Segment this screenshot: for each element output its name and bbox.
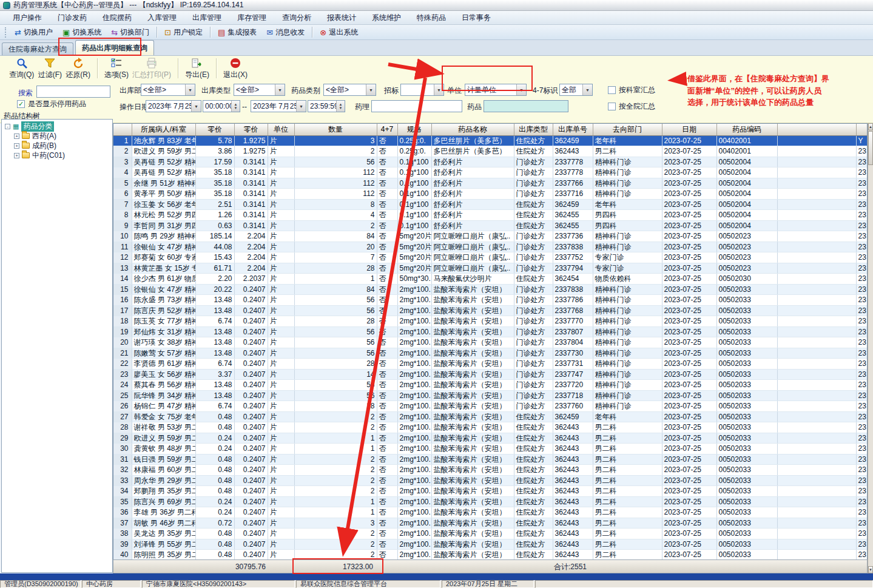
table-row[interactable]: 18陈玉英 女 77岁 精神6.740.2407片28否2mg*100.盐酸苯海… xyxy=(113,316,868,327)
column-header[interactable]: 规格 xyxy=(397,124,431,135)
tree-item[interactable]: 西药(A) xyxy=(32,131,56,141)
tree-item[interactable]: 中药(C01) xyxy=(32,150,65,161)
column-header[interactable]: 数量 xyxy=(294,124,377,135)
menu-item[interactable]: 用户操作 xyxy=(5,11,50,25)
table-row[interactable]: 25阮华锋 男 34岁 精神13.480.2407片56否2mg*100.盐酸苯… xyxy=(113,390,868,401)
time-from-spinner[interactable]: 00:00:00▲▼ xyxy=(203,100,240,112)
table-row[interactable]: 14徐少杰 男 61岁 物质2.202.2037片1否50mg*30.马来酸氟伏… xyxy=(113,274,868,285)
table-row[interactable]: 24蔡其春 男 56岁 精神13.480.2407片56否2mg*100.盐酸苯… xyxy=(113,380,868,391)
table-row[interactable]: 35陈言兴 男 69岁 男二0.240.2407片1否2mg*100.盐酸苯海索… xyxy=(113,496,868,507)
column-header[interactable] xyxy=(113,124,132,135)
table-row[interactable]: 26杨锦仁 男 47岁 精神6.740.2407片28否2mg*100.盐酸苯海… xyxy=(113,401,868,412)
column-header[interactable]: 药品编码 xyxy=(716,124,777,135)
tree-item[interactable]: 成药(B) xyxy=(32,141,56,151)
menu-item[interactable]: 系统维护 xyxy=(364,11,409,25)
table-row[interactable]: 3吴再链 男 52岁 精神17.590.3141片56否0.1g*100舒必利片… xyxy=(113,157,868,167)
table-row[interactable]: 7徐玉姜 女 56岁 老年2.510.3141片8否0.1g*100舒必利片住院… xyxy=(113,199,868,210)
table-row[interactable]: 38吴龙达 男 35岁 男二0.480.2407片2否2mg*100.盐酸苯海索… xyxy=(113,529,868,539)
table-row[interactable]: 33周永华 男 29岁 男二0.480.2407片2否2mg*100.盐酸苯海索… xyxy=(113,475,868,486)
category-filter-select[interactable]: <全部>▼ xyxy=(323,84,376,96)
column-header[interactable] xyxy=(777,124,856,135)
filter-button[interactable]: 过滤(F) xyxy=(36,56,64,81)
bid-filter-select[interactable]: ▼ xyxy=(400,84,444,96)
table-row[interactable]: 32林康福 男 60岁 男二0.480.2407片2否2mg*100.盐酸苯海索… xyxy=(113,465,868,476)
time-to-spinner[interactable]: 23:59:59▲▼ xyxy=(308,100,345,112)
table-row[interactable]: 8林元松 男 52岁 男四1.260.3141片4否0.1g*100舒必利片住院… xyxy=(113,210,868,221)
exit-button[interactable]: 退出(X) xyxy=(221,56,249,81)
table-row[interactable]: 13林黄芷墨 女 15岁 专61.712.204片28否5mg*20片阿立哌唑口… xyxy=(113,263,868,274)
vertical-scrollbar[interactable]: ▲ ▼ xyxy=(868,123,873,573)
column-header[interactable] xyxy=(856,124,868,135)
scroll-up-icon[interactable]: ▲ xyxy=(868,123,873,130)
tree-root-item[interactable]: 药品分类 xyxy=(21,121,54,132)
chevron-down-icon[interactable]: ▼ xyxy=(296,101,306,112)
table-row[interactable]: 9李哲同 男 31岁 男四0.630.3141片2否0.1g*100舒必利片住院… xyxy=(113,220,868,231)
expand-icon[interactable]: + xyxy=(14,143,19,149)
pharmacology-input[interactable] xyxy=(371,100,462,112)
menu-item[interactable]: 报表统计 xyxy=(319,11,364,25)
chevron-down-icon[interactable]: ▼ xyxy=(191,101,201,112)
table-row[interactable]: 22李贤德 男 61岁 精神6.740.2407片28否2mg*100.盐酸苯海… xyxy=(113,359,868,370)
by-dept-checkbox-row[interactable]: 按科室汇总 xyxy=(608,85,655,95)
chevron-down-icon[interactable]: ▼ xyxy=(366,84,376,95)
table-row[interactable]: 5余继 男 51岁 精神科35.180.3141片112否0.1g*100舒必利… xyxy=(113,178,868,189)
table-row[interactable]: 17陈言庆 男 52岁 精神13.480.2407片56否2mg*100.盐酸苯… xyxy=(113,305,868,316)
column-header[interactable]: 单位 xyxy=(268,124,294,135)
tab-inpatient-narcotics-query[interactable]: 住院毒麻处方查询 xyxy=(2,42,73,55)
expand-icon[interactable]: + xyxy=(14,153,19,158)
table-row[interactable]: 29欧进义 男 59岁 男二0.240.2407片1否2mg*100.盐酸苯海索… xyxy=(113,433,868,444)
menu-item[interactable]: 日常事务 xyxy=(454,11,499,25)
table-row[interactable]: 34郑鹏翔 男 35岁 男二0.480.2407片2否2mg*100.盐酸苯海索… xyxy=(113,486,868,497)
scroll-down-icon[interactable]: ▼ xyxy=(868,566,873,573)
menu-item[interactable]: 库存管理 xyxy=(229,11,274,25)
switch-system-button[interactable]: ▣切换系统 xyxy=(58,26,106,39)
table-row[interactable]: 2欧进义 男 59岁 男二3.861.9275片2否0.25g:0.多巴丝肼片（… xyxy=(113,146,868,157)
query-button[interactable]: 查询(Q) xyxy=(7,56,36,81)
menu-item[interactable]: 查询分析 xyxy=(274,11,319,25)
table-row[interactable]: 37胡敏 男 46岁 男二科0.720.2407片3否2mg*100.盐酸苯海索… xyxy=(113,518,868,529)
table-row[interactable]: 10陈鸣 男 29岁 精神科185.142.204片84否5mg*20片阿立哌唑… xyxy=(113,231,868,242)
table-row[interactable]: 30龚黄钦 男 48岁 男二0.240.2407片1否2mg*100.盐酸苯海索… xyxy=(113,444,868,455)
table-row[interactable]: 31钱日强 男 59岁 男二0.480.2407片2否2mg*100.盐酸苯海索… xyxy=(113,454,868,465)
expand-icon[interactable]: + xyxy=(14,133,19,139)
column-header[interactable]: 出库类型 xyxy=(514,124,553,135)
table-row[interactable]: 19郑仙炜 女 31岁 精神13.480.2407片56否2mg*100.盐酸苯… xyxy=(113,326,868,337)
spinner-arrows-icon[interactable]: ▲▼ xyxy=(231,101,240,112)
chevron-down-icon[interactable]: ▼ xyxy=(516,84,526,95)
table-row[interactable]: 1池永辉 男 83岁 老年5.781.9275片3否0.25g:0.多巴丝肼片（… xyxy=(113,135,868,146)
column-header[interactable]: 出库单号 xyxy=(553,124,593,135)
checkbox-checked-icon[interactable]: ✓ xyxy=(17,100,25,108)
collapse-icon[interactable]: - xyxy=(5,124,10,129)
table-row[interactable]: 15徐银仙 女 47岁 精神20.220.2407片84否2mg*100.盐酸苯… xyxy=(113,284,868,295)
spinner-arrows-icon[interactable]: ▲▼ xyxy=(336,101,345,112)
show-disabled-checkbox-row[interactable]: ✓ 是否显示停用药品 xyxy=(17,99,86,109)
table-row[interactable]: 21陈嫩莺 女 57岁 精神13.480.2407片56否2mg*100.盐酸苯… xyxy=(113,348,868,359)
switch-user-button[interactable]: ⇄切换用户 xyxy=(10,26,58,39)
unit-filter-select[interactable]: 计量单位▼ xyxy=(465,84,527,96)
flag47-filter-select[interactable]: 全部▼ xyxy=(559,84,593,96)
menu-item[interactable]: 入库管理 xyxy=(140,11,184,25)
tab-drug-outbound-detail-query[interactable]: 药品出库明细账查询 xyxy=(75,40,154,55)
by-hospital-checkbox-row[interactable]: 按全院汇总 xyxy=(608,101,655,111)
table-row[interactable]: 27韩爱金 女 75岁 老年0.480.2407片2否2mg*100.盐酸苯海索… xyxy=(113,411,868,422)
message-button[interactable]: ✉消息收发 xyxy=(261,26,309,39)
column-header[interactable]: 去向部门 xyxy=(593,124,662,135)
date-to-select[interactable]: 2023年 7月25日▼ xyxy=(251,100,306,112)
column-header[interactable]: 药品名称 xyxy=(431,124,514,135)
restore-button[interactable]: 还原(R) xyxy=(64,56,92,81)
dept-filter-select[interactable]: <全部>▼ xyxy=(141,84,195,96)
menu-item[interactable]: 出库管理 xyxy=(184,11,229,25)
table-row[interactable]: 23廖美玉 女 56岁 精神3.370.2407片14否2mg*100.盐酸苯海… xyxy=(113,369,868,380)
table-row[interactable]: 39刘泽锋 男 55岁 男二0.480.2407片2否2mg*100.盐酸苯海索… xyxy=(113,539,868,550)
table-row[interactable]: 16陈永盛 男 73岁 精神13.480.2407片56否2mg*100.盐酸苯… xyxy=(113,295,868,306)
column-header[interactable]: 零价 xyxy=(195,124,234,135)
column-header[interactable]: 零价 xyxy=(234,124,268,135)
user-lock-button[interactable]: ⊡用户锁定 xyxy=(160,26,207,39)
menu-item[interactable]: 住院摆药 xyxy=(95,11,140,25)
date-from-select[interactable]: 2023年 7月25日▼ xyxy=(146,100,201,112)
exit-system-button[interactable]: ⊗退出系统 xyxy=(315,26,363,39)
table-row[interactable]: 28谢祥敬 男 53岁 男二0.480.2407片2否2mg*100.盐酸苯海索… xyxy=(113,422,868,433)
column-header[interactable]: 所属病人/科室 xyxy=(132,124,195,135)
table-row[interactable]: 20谢巧瑛 女 38岁 精神13.480.2407片56否2mg*100.盐酸苯… xyxy=(113,337,868,348)
column-header[interactable]: 日期 xyxy=(662,124,716,135)
